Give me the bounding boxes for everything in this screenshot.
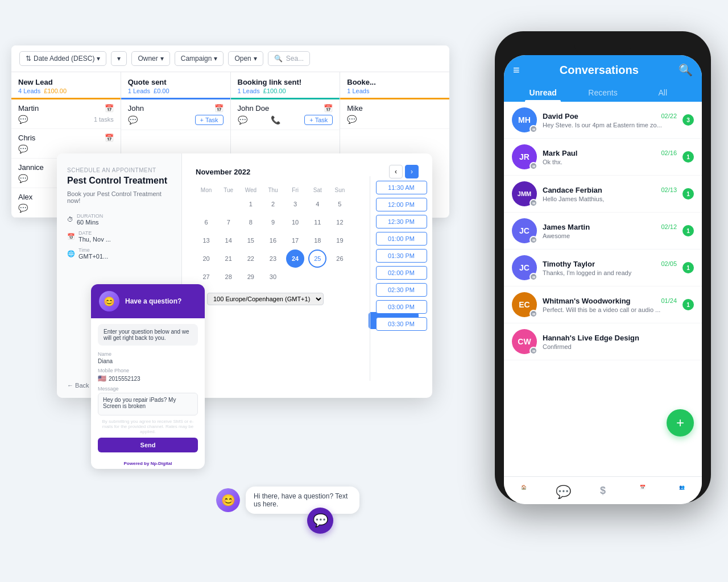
conv-name: Hannah's Live Edge Design <box>543 334 639 342</box>
time-slot[interactable]: 01:00 PM <box>376 232 427 246</box>
nav-payments[interactable]: $ <box>583 481 623 502</box>
chat-body: Enter your question below and we will ge… <box>91 318 205 458</box>
tab-recents[interactable]: Recents <box>573 84 632 102</box>
name-value: Diana <box>98 358 198 364</box>
phone-notch <box>574 40 631 53</box>
chat-icon[interactable]: 💬 <box>128 115 138 124</box>
sched-title: Pest Control Treatment <box>67 176 171 186</box>
conv-item-james[interactable]: JC ✉ James Martin 02/12 Awesome 1 <box>504 213 702 250</box>
add-task-button[interactable]: + Task <box>304 115 333 125</box>
col-title: Booking link sent! <box>238 78 333 86</box>
col-sub: 1 Leads £0.00 <box>128 88 224 94</box>
time-slot[interactable]: 03:30 PM <box>376 317 427 331</box>
sort-filter[interactable]: ⇅ Date Added (DESC) ▾ <box>19 51 106 66</box>
avatar-candace: JMM ✉ <box>512 181 537 206</box>
clock-icon: ⏱ <box>67 216 73 223</box>
search-icon[interactable]: 🔍 <box>679 63 693 77</box>
time-slot[interactable]: 12:30 PM <box>376 215 427 228</box>
nav-calendar[interactable]: 📅 <box>623 481 663 502</box>
conv-badge: 1 <box>682 299 694 310</box>
conv-item-candace[interactable]: JMM ✉ Candace Ferbian 02/13 Hello James … <box>504 176 702 213</box>
crm-toolbar: ⇅ Date Added (DESC) ▾ ▾ Owner ▾ Campaign… <box>11 45 449 72</box>
crm-card: Martin 📅 💬 1 tasks <box>11 99 121 129</box>
nav-chat[interactable]: 💬 <box>544 481 584 502</box>
conv-msg: Thanks, I'm logged in and ready <box>543 269 677 276</box>
conv-item-whitman[interactable]: EC ✉ Whitman's Woodworking 01/24 Perfect… <box>504 286 702 323</box>
contacts-icon: 👥 <box>679 485 685 490</box>
col-sub: 4 Leads £100.00 <box>18 88 114 94</box>
time-slot[interactable]: 03:00 PM <box>376 300 427 314</box>
conv-item-david-poe[interactable]: MH ✉ David Poe 02/22 Hey Steve. Is our 4… <box>504 102 702 139</box>
chat-icon[interactable]: 💬 <box>18 144 28 153</box>
chat-icon[interactable]: 💬 <box>347 115 357 124</box>
conv-msg: Hello James Matthius, <box>543 196 677 202</box>
conv-tabs: Unread Recents All <box>513 84 693 102</box>
conv-list: MH ✉ David Poe 02/22 Hey Steve. Is our 4… <box>504 102 702 476</box>
calendar-icon: 📅 <box>214 104 224 113</box>
sort-icon: ⇅ <box>26 55 31 63</box>
calendar-icon: 📅 <box>105 134 114 142</box>
powered-by: Powered by Np-Digital <box>91 458 205 469</box>
time-slots: 11:30 AM 12:00 PM 12:30 PM 01:00 PM 01:3… <box>370 176 432 381</box>
chat-icon[interactable]: 💬 <box>238 115 247 124</box>
chat-icon[interactable]: 💬 <box>18 203 28 213</box>
conv-item-timothy[interactable]: JC ✉ Timothy Taylor 02/05 Thanks, I'm lo… <box>504 250 702 286</box>
col-title: Quote sent <box>128 78 224 86</box>
conv-name: Timothy Taylor <box>543 260 595 268</box>
globe-icon: 🌐 <box>67 250 75 257</box>
nav-home[interactable]: 🏠 <box>504 481 544 502</box>
sched-label: Schedule an Appointment <box>67 167 171 173</box>
back-button[interactable]: ← Back <box>67 382 89 389</box>
col-header-quote: Quote sent 1 Leads £0.00 <box>121 72 230 99</box>
tab-all[interactable]: All <box>633 84 693 102</box>
phone-icon[interactable]: 📞 <box>271 115 280 124</box>
owner-filter[interactable]: Owner ▾ <box>131 51 169 66</box>
conv-badge: 3 <box>682 114 694 126</box>
sched-desc: Book your Pest Control Treatment now! <box>67 190 171 204</box>
conv-item-hannah[interactable]: CW ✉ Hannah's Live Edge Design Confirmed <box>504 323 702 360</box>
avatar-james: JC ✉ <box>512 218 537 243</box>
conv-bottom-nav: 🏠 💬 $ 📅 👥 <box>504 476 702 504</box>
timezone-select[interactable]: 100 Europe/Copenhagen (GMT+1) <box>207 293 324 305</box>
message-value[interactable]: Hey do you repair iPads? My Screen is br… <box>98 393 198 415</box>
cal-week-3: 13 14 15 16 17 18 19 <box>196 231 350 250</box>
conv-badge: 1 <box>682 225 694 236</box>
calendar-icon: 📅 <box>324 104 333 113</box>
calendar-icon: 📅 <box>67 233 75 240</box>
time-slot[interactable]: 01:30 PM <box>376 249 427 263</box>
tab-unread[interactable]: Unread <box>513 84 573 102</box>
time-slot[interactable]: 12:00 PM <box>376 198 427 211</box>
chat-launcher-icon[interactable]: 💬 <box>307 508 333 534</box>
chat-widget-avatar: 😊 <box>99 291 119 311</box>
conv-item-mark-paul[interactable]: JR ✉ Mark Paul 02/16 Ok thx. 1 <box>504 139 702 176</box>
calendar-icon: 📅 <box>640 485 646 490</box>
col-sub: 1 Leads £100.00 <box>238 88 333 94</box>
group-filter[interactable]: ▾ <box>111 51 127 66</box>
status-filter[interactable]: Open ▾ <box>228 51 263 66</box>
menu-icon[interactable]: ≡ <box>513 64 520 77</box>
conv-msg: Ok thx. <box>543 159 677 165</box>
chat-icon[interactable]: 💬 <box>18 115 28 124</box>
new-conversation-fab[interactable]: + <box>667 409 694 436</box>
avatar-mark-paul: JR ✉ <box>512 144 537 169</box>
cal-day-headers: Mon Tue Wed Thu Fri Sat Sun <box>196 185 350 195</box>
nav-contacts[interactable]: 👥 <box>662 481 702 502</box>
crm-search[interactable]: 🔍 Sea... <box>268 51 310 66</box>
phone-row: 🇺🇸 2015552123 <box>98 375 198 383</box>
calendar-grid-area: Mon Tue Wed Thu Fri Sat Sun 1 2 3 4 5 6 <box>196 185 350 305</box>
phone-screen: ≡ Conversations 🔍 Unread Recents All MH … <box>504 55 702 504</box>
time-slot[interactable]: 02:30 PM <box>376 283 427 297</box>
send-button[interactable]: Send <box>98 438 198 452</box>
campaign-filter[interactable]: Campaign ▾ <box>175 51 224 66</box>
conv-badge: 1 <box>682 188 694 199</box>
time-slot[interactable]: 02:00 PM <box>376 266 427 280</box>
avatar-hannah: CW ✉ <box>512 329 537 354</box>
add-task-button[interactable]: + Task <box>195 115 224 125</box>
chat-icon[interactable]: 💬 <box>18 174 28 183</box>
time-slot[interactable]: 11:30 AM <box>376 181 427 194</box>
col-header-booking: Booking link sent! 1 Leads £100.00 <box>231 72 340 99</box>
phone-container: ≡ Conversations 🔍 Unread Recents All MH … <box>495 31 711 503</box>
chat-widget-header: 😊 Have a question? <box>91 284 205 318</box>
col-header-booked: Booke... 1 Leads <box>340 72 449 99</box>
conv-msg: Hey Steve. Is our 4pm at Eastern time zo… <box>543 122 677 128</box>
